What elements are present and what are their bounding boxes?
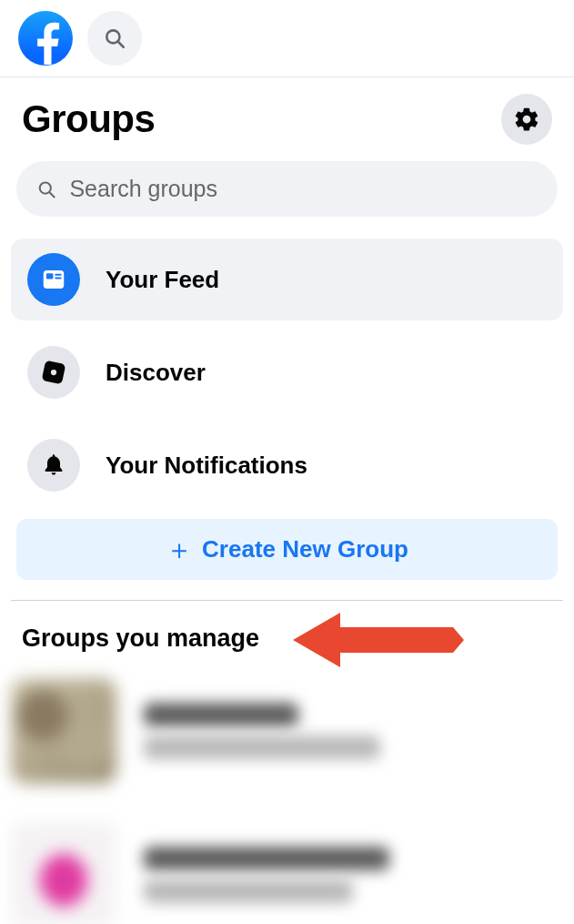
svg-rect-6 <box>55 274 62 276</box>
group-meta-blurred <box>144 736 380 759</box>
top-bar <box>0 0 574 77</box>
create-button-label: Create New Group <box>202 535 408 564</box>
search-groups-field[interactable] <box>16 161 558 217</box>
page-title: Groups <box>22 97 155 141</box>
nav-your-feed[interactable]: Your Feed <box>11 239 563 320</box>
group-text <box>144 847 389 903</box>
svg-rect-5 <box>46 273 54 279</box>
group-item[interactable] <box>11 817 558 924</box>
search-icon <box>36 178 56 200</box>
nav-label: Your Notifications <box>106 452 307 480</box>
facebook-f-icon <box>19 12 72 65</box>
svg-line-1 <box>118 42 124 47</box>
group-text <box>144 703 380 759</box>
plus-icon: ＋ <box>166 536 193 564</box>
group-name-blurred <box>144 703 298 726</box>
group-thumbnail <box>11 822 116 924</box>
settings-button[interactable] <box>501 94 552 145</box>
create-new-group-button[interactable]: ＋ Create New Group <box>16 519 558 580</box>
gear-icon <box>513 106 540 133</box>
facebook-logo[interactable] <box>18 11 73 66</box>
managed-groups-list <box>11 656 563 924</box>
svg-point-9 <box>51 370 56 375</box>
search-groups-input[interactable] <box>69 176 538 202</box>
nav-notifications[interactable]: Your Notifications <box>11 424 563 506</box>
group-name-blurred <box>144 847 389 870</box>
groups-you-manage-heading: Groups you manage <box>11 601 563 656</box>
svg-rect-7 <box>55 278 62 279</box>
bell-icon <box>27 439 80 492</box>
nav-discover[interactable]: Discover <box>11 331 563 413</box>
search-button[interactable] <box>87 11 142 66</box>
feed-icon <box>27 253 80 306</box>
nav-label: Discover <box>106 359 206 387</box>
group-meta-blurred <box>144 879 353 903</box>
nav-label: Your Feed <box>106 266 219 294</box>
group-item[interactable] <box>11 673 558 817</box>
page-header: Groups <box>11 86 563 161</box>
svg-line-3 <box>49 192 54 197</box>
group-thumbnail <box>11 678 116 784</box>
svg-rect-4 <box>44 270 65 289</box>
compass-icon <box>27 346 80 399</box>
search-icon <box>103 26 126 50</box>
